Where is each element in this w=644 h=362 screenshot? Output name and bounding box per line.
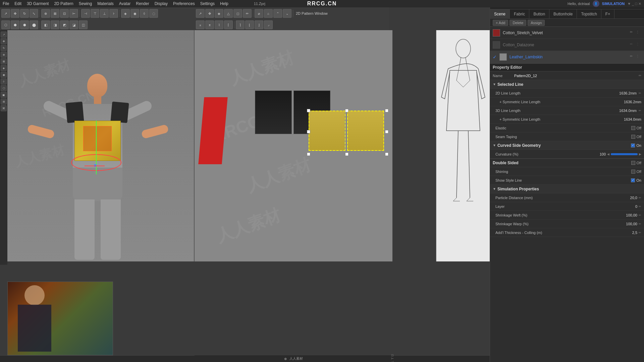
section-curved-side[interactable]: ▼ Curved Side Geometry On <box>490 141 644 150</box>
lt-btn7[interactable]: ◉ <box>1 72 7 78</box>
2d-tool1[interactable]: ↗ <box>196 9 205 18</box>
tab-topstitch[interactable]: Topstitch <box>577 9 601 19</box>
tab-more[interactable]: F+ <box>601 9 614 19</box>
2d-tool4[interactable]: △ <box>224 9 233 18</box>
action-assign[interactable]: Assign <box>528 20 545 26</box>
material-item-1[interactable]: Cotton_Datazone ✏ ⋮ <box>490 39 644 51</box>
section-simulation-props[interactable]: ▼ Simulation Properties <box>490 185 644 193</box>
menu-settings[interactable]: Settings <box>200 1 215 6</box>
2d-tool2[interactable]: ✥ <box>205 9 214 18</box>
vest-pattern-left[interactable] <box>255 90 292 134</box>
tool4[interactable]: ⊠ <box>51 9 59 18</box>
2d-tool3[interactable]: ◈ <box>215 9 223 18</box>
tab-scene[interactable]: Scene <box>490 9 510 19</box>
2d-r2-tool2[interactable]: ⌆ <box>205 20 214 29</box>
tool6[interactable]: ⊢ <box>69 9 78 18</box>
menu-render[interactable]: Render <box>136 1 149 6</box>
pe-curvature-dec[interactable]: ◀ <box>607 153 609 156</box>
lt-btn1[interactable]: ↗ <box>1 32 7 38</box>
selection-handle-rm[interactable] <box>385 130 388 133</box>
2d-r2-tool5[interactable]: ⌉ <box>236 20 245 29</box>
selected-pattern-right[interactable] <box>347 111 384 151</box>
mat-icon-edit-2[interactable]: ✏ <box>630 54 635 60</box>
selection-handle-tr[interactable] <box>385 109 388 112</box>
tool2-8[interactable]: ◪ <box>69 20 78 29</box>
viewport-2d[interactable]: 人人素材 RRCG.CN 人人素材 人人素材 <box>195 30 392 261</box>
lt-btn2[interactable]: ✥ <box>1 38 7 44</box>
2d-tool9[interactable]: ⌃ <box>273 9 282 18</box>
tab-fabric[interactable]: Fabric <box>510 9 529 19</box>
tool7[interactable]: ⊣ <box>81 9 90 18</box>
tool14[interactable]: ◌ <box>149 9 158 18</box>
material-item-0[interactable]: Cotton_Stretch_Velvet ✏ ⋮ <box>490 27 644 39</box>
pe-edit-2d-length[interactable]: ✏ <box>639 92 641 95</box>
2d-tool7[interactable]: ⌀ <box>255 9 263 18</box>
menu-3d-garment[interactable]: 3D Garment <box>27 1 49 6</box>
pe-checkbox-seam-taping[interactable] <box>631 135 635 139</box>
window-controls[interactable]: ▼ _ □ ✕ <box>627 2 641 6</box>
2d-r2-tool7[interactable]: ⌋ <box>255 20 263 29</box>
pe-edit-layer[interactable]: ✏ <box>639 205 641 208</box>
tool2-9[interactable]: ◫ <box>79 20 88 29</box>
section-selected-line[interactable]: ▼ Selected Line <box>490 80 644 89</box>
2d-tool8[interactable]: ⌂ <box>264 9 273 18</box>
menu-display[interactable]: Display <box>155 1 168 6</box>
pe-edit-particle-dist[interactable]: ✏ <box>639 196 641 199</box>
selection-handle-bm[interactable] <box>345 153 348 156</box>
red-pattern-piece[interactable] <box>198 97 227 164</box>
section-double-sided[interactable]: Double Sided Off <box>490 159 644 167</box>
tool2-6[interactable]: ◨ <box>51 20 59 29</box>
pe-checkbox-double-sided[interactable] <box>631 161 635 165</box>
menu-edit[interactable]: Edit <box>14 1 21 6</box>
tool9[interactable]: ⊥ <box>100 9 109 18</box>
tool11[interactable]: ◈ <box>121 9 130 18</box>
menu-preferences[interactable]: Preferences <box>173 1 195 6</box>
user-avatar[interactable]: 👤 <box>593 0 599 7</box>
2d-r2-tool3[interactable]: ⌇ <box>215 20 223 29</box>
tool3[interactable]: ⊕ <box>41 9 50 18</box>
lt-btn10[interactable]: ▣ <box>1 92 7 98</box>
menu-file[interactable]: File <box>3 1 9 6</box>
action-add[interactable]: + Add <box>493 20 508 26</box>
tool10[interactable]: ⊦ <box>109 9 118 18</box>
menu-sewing[interactable]: Sewing <box>79 1 92 6</box>
pe-name-edit-btn[interactable]: ✏ <box>639 74 641 77</box>
selection-handle-tl[interactable] <box>307 109 310 112</box>
mat-icon-more-0[interactable]: ⋮ <box>636 30 641 36</box>
mat-icon-edit-0[interactable]: ✏ <box>630 30 635 36</box>
mat-icon-more-1[interactable]: ⋮ <box>636 42 641 48</box>
pe-checkbox-show-style-line[interactable] <box>631 178 635 182</box>
tool8[interactable]: ⊤ <box>91 9 99 18</box>
lt-btn6[interactable]: ◈ <box>1 65 7 71</box>
tab-button[interactable]: Button <box>529 9 549 19</box>
select-tool-btn[interactable]: ↗ <box>1 9 10 18</box>
menu-avatar[interactable]: Avatar <box>119 1 130 6</box>
selection-handle-tm[interactable] <box>345 109 348 112</box>
selection-handle-br[interactable] <box>385 153 388 156</box>
2d-r2-tool6[interactable]: ⌊ <box>245 20 254 29</box>
pe-edit-3d-length[interactable]: ✏ <box>639 109 641 112</box>
tool13[interactable]: ◊ <box>140 9 149 18</box>
tool2-7[interactable]: ◩ <box>60 20 69 29</box>
2d-tool6[interactable]: ✏ <box>243 9 252 18</box>
tool2-4[interactable]: ⬤ <box>30 20 38 29</box>
viewport-3d[interactable]: 人人素材 RRCG.CN 人人素材 <box>7 30 195 261</box>
selection-handle-lm[interactable] <box>307 130 310 133</box>
material-item-2[interactable]: ✓ Leather_Lambskin ✏ ⋮ <box>490 51 644 63</box>
pe-curvature-slider[interactable] <box>611 153 638 155</box>
lt-btn11[interactable]: ⊞ <box>1 99 7 105</box>
tool2-5[interactable]: ◧ <box>41 20 50 29</box>
2d-r2-tool1[interactable]: ⌅ <box>196 20 205 29</box>
2d-tool5[interactable]: ◻ <box>233 9 242 18</box>
pe-curvature-inc[interactable]: ▶ <box>639 153 641 156</box>
selected-pattern-left[interactable] <box>309 111 345 151</box>
lt-btn3[interactable]: ↻ <box>1 45 7 51</box>
pe-checkbox-shirring[interactable] <box>631 170 635 174</box>
menu-materials[interactable]: Materials <box>97 1 114 6</box>
tool2-3[interactable]: ⬣ <box>20 20 29 29</box>
lt-btn12[interactable]: ⌘ <box>1 105 7 111</box>
lt-btn5[interactable]: ⊠ <box>1 58 7 64</box>
pe-edit-shrink-warp[interactable]: ✏ <box>639 222 641 226</box>
pe-edit-shrink-weft[interactable]: ✏ <box>639 214 641 217</box>
lt-btn4[interactable]: ⊕ <box>1 52 7 58</box>
